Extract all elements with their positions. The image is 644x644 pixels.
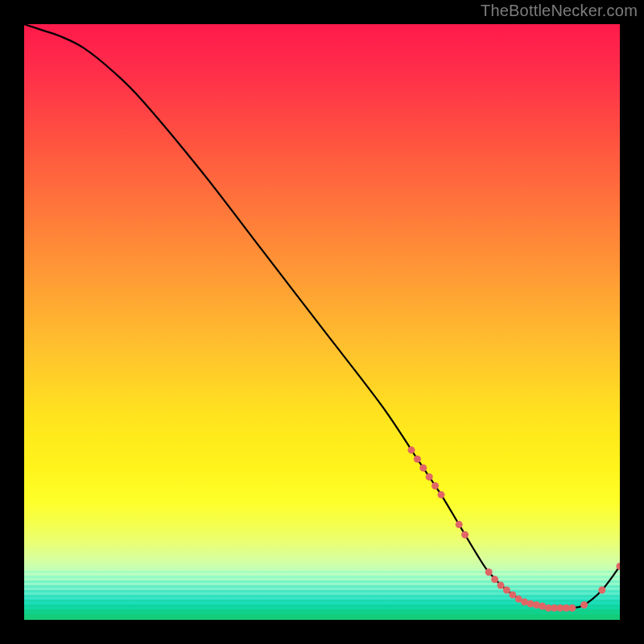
marker-dot [580, 601, 588, 609]
marker-dot [509, 591, 516, 598]
chart-frame: TheBottleNecker.com [0, 0, 644, 644]
chart-svg [24, 24, 620, 620]
marker-dot [419, 464, 427, 472]
marker-dot [456, 521, 463, 528]
marker-dot [527, 601, 535, 608]
watermark-label: TheBottleNecker.com [481, 2, 638, 20]
marker-dot [426, 473, 433, 481]
marker-dot [408, 447, 415, 454]
marker-dot [414, 456, 421, 463]
plot-area [24, 24, 620, 620]
marker-dot [461, 531, 469, 539]
marker-dot [533, 601, 540, 609]
curve-markers [408, 447, 621, 612]
marker-dot [485, 568, 493, 576]
marker-dot [568, 605, 576, 612]
marker-dot [491, 576, 498, 583]
marker-dot [598, 587, 605, 594]
bottleneck-curve [24, 24, 620, 608]
marker-dot [503, 587, 510, 594]
marker-dot [617, 563, 621, 570]
marker-dot [431, 482, 439, 489]
marker-dot [497, 582, 505, 589]
marker-dot [438, 491, 445, 498]
